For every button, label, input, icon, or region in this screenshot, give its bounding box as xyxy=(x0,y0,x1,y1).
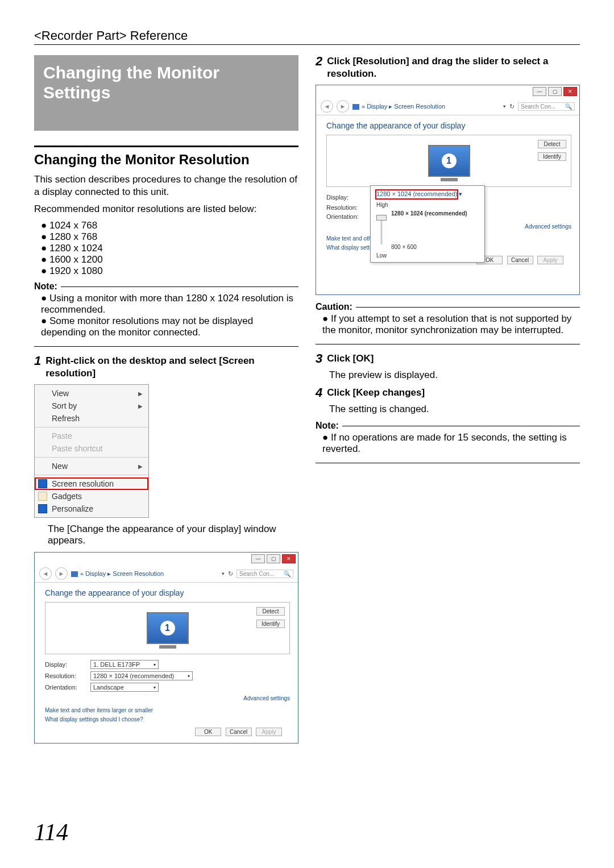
resolution-list: 1024 x 768 1280 x 768 1280 x 1024 1600 x… xyxy=(41,220,298,277)
slider-thumb[interactable] xyxy=(376,215,387,221)
note-label: Note: xyxy=(34,281,57,292)
step-4-desc: The setting is changed. xyxy=(329,404,580,415)
help-link-text-size[interactable]: Make text and other items larger or smal… xyxy=(45,706,290,715)
step-number: 4 xyxy=(316,387,322,399)
monitor-preview[interactable]: Detect Identify 1 xyxy=(326,135,571,187)
monitor-preview[interactable]: Detect Identify 1 xyxy=(45,602,290,654)
monitor-icon xyxy=(38,479,47,488)
page-title: Changing the Monitor Settings xyxy=(34,55,298,131)
list-item: 1280 x 1024 xyxy=(41,243,298,254)
apply-button: Apply xyxy=(537,256,563,264)
nav-back-icon[interactable]: ◄ xyxy=(39,567,52,580)
advanced-settings-link[interactable]: Advanced settings xyxy=(45,695,290,701)
search-icon: 🔍 xyxy=(565,103,572,110)
screen-resolution-dialog: — ▢ ✕ ◄ ► « Display ▸ Screen Resolution … xyxy=(34,552,298,744)
list-item: 1024 x 768 xyxy=(41,220,298,231)
resolution-label: Resolution: xyxy=(326,204,372,211)
orientation-label: Orientation: xyxy=(326,213,372,220)
detect-button[interactable]: Detect xyxy=(256,607,285,616)
context-menu-figure: View▶ Sort by▶ Refresh Paste Paste short… xyxy=(34,384,149,518)
identify-button[interactable]: Identify xyxy=(256,620,285,628)
list-item: 1600 x 1200 xyxy=(41,254,298,265)
monitor-icon: 1 xyxy=(147,612,189,644)
close-button[interactable]: ✕ xyxy=(282,554,296,563)
search-input[interactable]: Search Con...🔍 xyxy=(237,570,293,578)
dialog-heading: Change the appearance of your display xyxy=(45,588,290,597)
screen-resolution-dialog-slider: — ▢ ✕ ◄ ► « Display ▸ Screen Resolution … xyxy=(316,85,580,295)
display-label: Display: xyxy=(326,194,372,201)
slider-low-label: Low xyxy=(376,252,479,259)
nav-forward-icon[interactable]: ► xyxy=(55,567,68,580)
step-number: 2 xyxy=(316,55,322,80)
personalize-icon xyxy=(38,504,47,513)
list-item: 1920 x 1080 xyxy=(41,265,298,277)
menu-item-gadgets[interactable]: Gadgets xyxy=(35,490,148,502)
search-input[interactable]: Search Con...🔍 xyxy=(518,102,575,111)
note-box: Note: Using a monitor with more than 128… xyxy=(34,281,298,347)
note-item: Some monitor resolutions may not be disp… xyxy=(41,315,298,338)
submenu-arrow-icon: ▶ xyxy=(138,391,143,397)
display-dropdown[interactable]: 1. DELL E173FP▾ xyxy=(90,660,159,669)
resolution-label: Resolution: xyxy=(45,672,90,679)
detect-button[interactable]: Detect xyxy=(538,140,566,148)
monitor-icon: 1 xyxy=(428,145,470,177)
menu-item-new[interactable]: New▶ xyxy=(35,460,148,472)
close-button[interactable]: ✕ xyxy=(563,87,577,96)
note-box-2: Note: If no operations are made for 15 s… xyxy=(316,421,580,463)
breadcrumb-path[interactable]: « Display ▸ Screen Resolution xyxy=(71,570,218,578)
intro-paragraph-2: Recommended monitor resolutions are list… xyxy=(34,203,298,215)
gadgets-icon xyxy=(38,492,47,501)
resolution-dropdown[interactable]: 1280 × 1024 (recommended)▾ xyxy=(90,671,193,680)
breadcrumb: <Recorder Part> Reference xyxy=(34,28,580,45)
chevron-down-icon: ▾ xyxy=(459,190,462,197)
intro-paragraph-1: This section describes procedures to cha… xyxy=(34,173,298,198)
menu-item-paste: Paste xyxy=(35,430,148,442)
chevron-down-icon: ▾ xyxy=(188,674,190,679)
display-icon xyxy=(71,571,78,577)
list-item: 1280 x 768 xyxy=(41,231,298,243)
caution-label: Caution: xyxy=(316,302,352,312)
identify-button[interactable]: Identify xyxy=(538,152,566,161)
nav-back-icon[interactable]: ◄ xyxy=(321,100,333,113)
maximize-button[interactable]: ▢ xyxy=(548,87,562,96)
note-item: If no operations are made for 15 seconds… xyxy=(322,432,580,455)
display-label: Display: xyxy=(45,661,90,668)
help-link-display-settings[interactable]: What display settings should I choose? xyxy=(45,715,290,724)
orientation-dropdown[interactable]: Landscape▾ xyxy=(90,683,159,692)
step-4-text: Click [Keep changes] xyxy=(327,387,580,399)
minimize-button[interactable]: — xyxy=(251,554,265,563)
slider-recommended-label: 1280 × 1024 (recommended) xyxy=(391,210,467,217)
menu-item-paste-shortcut: Paste shortcut xyxy=(35,442,148,455)
slider-low-res-label: 800 × 600 xyxy=(391,244,467,250)
apply-button: Apply xyxy=(256,728,282,736)
cancel-button[interactable]: Cancel xyxy=(226,728,252,736)
resolution-slider-popup: 1280 × 1024 (recommended) ▾ High 1280 × … xyxy=(370,185,485,263)
menu-item-refresh[interactable]: Refresh xyxy=(35,412,148,425)
page-number: 114 xyxy=(34,819,580,846)
search-icon: 🔍 xyxy=(284,571,291,577)
step-3-text: Click [OK] xyxy=(327,352,580,365)
section-title: Changing the Monitor Resolution xyxy=(34,152,298,168)
chevron-down-icon: ▾ xyxy=(154,685,156,690)
ok-button[interactable]: OK xyxy=(195,728,221,736)
resolution-dropdown-open[interactable]: 1280 × 1024 (recommended) xyxy=(376,190,457,198)
maximize-button[interactable]: ▢ xyxy=(267,554,280,563)
nav-forward-icon[interactable]: ► xyxy=(337,100,349,113)
cancel-button[interactable]: Cancel xyxy=(507,256,533,264)
submenu-arrow-icon: ▶ xyxy=(138,403,143,409)
slider-high-label: High xyxy=(376,202,479,208)
minimize-button[interactable]: — xyxy=(533,87,546,96)
breadcrumb-path[interactable]: « Display ▸ Screen Resolution xyxy=(352,103,500,110)
menu-item-personalize[interactable]: Personalize xyxy=(35,502,148,515)
menu-item-screen-resolution[interactable]: Screen resolution xyxy=(35,477,148,490)
note-label: Note: xyxy=(316,421,339,431)
step-1-after: The [Change the appearance of your displ… xyxy=(48,524,298,546)
step-number: 3 xyxy=(316,352,322,365)
chevron-down-icon: ▾ xyxy=(154,662,156,667)
menu-item-sortby[interactable]: Sort by▶ xyxy=(35,400,148,412)
caution-box: Caution: If you attempt to set a resolut… xyxy=(316,302,580,344)
step-number: 1 xyxy=(34,355,41,380)
menu-item-view[interactable]: View▶ xyxy=(35,387,148,400)
submenu-arrow-icon: ▶ xyxy=(138,463,143,470)
step-3-desc: The preview is displayed. xyxy=(329,369,580,381)
